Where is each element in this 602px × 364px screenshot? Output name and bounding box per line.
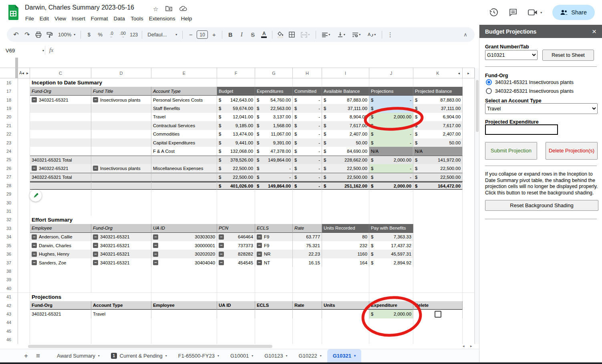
cell-H19[interactable]: $-	[293, 104, 322, 113]
cell-E30[interactable]	[151, 198, 217, 207]
cell-G31[interactable]	[255, 207, 293, 216]
cell-G26[interactable]: $-	[255, 164, 293, 173]
cell-C32[interactable]: Effort Summary	[30, 216, 151, 224]
cell-H23[interactable]: $-	[293, 138, 322, 147]
cell-K44[interactable]	[413, 318, 463, 327]
decrease-decimal-button[interactable]: .0←	[106, 30, 117, 40]
cell-E45[interactable]	[151, 327, 217, 336]
cell-E43[interactable]	[151, 310, 217, 318]
cell-I27[interactable]: $22,500.00	[322, 173, 369, 182]
cell-H20[interactable]: $-	[293, 113, 322, 122]
cell-G27[interactable]: $-	[255, 173, 293, 182]
cell-L44[interactable]	[463, 318, 475, 327]
cell-D36[interactable]: −340321-65321	[91, 250, 151, 258]
cell-E18[interactable]: Personal Services Costs	[151, 96, 217, 104]
row-header-40[interactable]: 40	[0, 284, 18, 293]
row-header-45[interactable]: 45	[0, 327, 18, 336]
cell-I36[interactable]: 1160	[322, 250, 369, 258]
cell-J33[interactable]: Pay with Benefits	[369, 224, 413, 233]
cell-I22[interactable]: $2,407.00	[322, 130, 369, 139]
cell-D17[interactable]: Fund Title	[91, 87, 151, 96]
cell-C44[interactable]	[30, 318, 91, 327]
row-header-33[interactable]: 33	[0, 224, 18, 233]
sheet-tab-f1-65500-fy23[interactable]: F1-65500-FY23▾	[173, 349, 225, 363]
cell-F43[interactable]	[217, 310, 255, 318]
collapse-toolbar-icon[interactable]: ∧	[460, 30, 471, 40]
cell-E28[interactable]	[151, 181, 217, 190]
cell-I35[interactable]: 232	[322, 241, 369, 250]
hidden-columns-marker[interactable]: A◂▸	[18, 68, 30, 78]
cell-G41[interactable]	[255, 293, 293, 302]
cell-strip-31[interactable]	[18, 207, 30, 216]
horizontal-scrollbar[interactable]: ◂ ▸	[0, 344, 475, 349]
cell-F18[interactable]: $142,643.00	[217, 96, 255, 104]
cell-F36[interactable]: −828282	[217, 250, 255, 258]
cell-I43[interactable]	[322, 310, 369, 318]
cell-J42[interactable]: Expenditure	[369, 301, 413, 310]
cell-I30[interactable]	[322, 198, 369, 207]
fund-org-option-2[interactable]: 340322-65321 Insectivorous plants	[486, 88, 574, 94]
column-header-E[interactable]: E	[151, 68, 217, 78]
cell-strip-19[interactable]	[18, 104, 30, 113]
increase-decimal-button[interactable]: .00→	[117, 30, 128, 40]
cell-K40[interactable]	[413, 284, 463, 293]
menu-data[interactable]: Data	[111, 14, 128, 23]
radio-selected-icon[interactable]	[486, 79, 492, 85]
cell-D40[interactable]	[91, 284, 151, 293]
cell-E17[interactable]: Account Type	[151, 87, 217, 96]
bold-button[interactable]: B	[225, 30, 236, 40]
italic-button[interactable]: I	[236, 30, 247, 40]
cell-strip-38[interactable]	[18, 267, 30, 276]
cell-K27[interactable]: $22,500.00	[413, 173, 463, 182]
cell-L25[interactable]	[463, 156, 475, 164]
cell-H42[interactable]: Rate	[293, 301, 322, 310]
cell-F20[interactable]: $12,041.00	[217, 113, 255, 122]
row-header-19[interactable]: 19	[0, 104, 18, 113]
cell-I44[interactable]	[322, 318, 369, 327]
cell-D23[interactable]	[91, 138, 151, 147]
cell-L40[interactable]	[463, 284, 475, 293]
cell-G37[interactable]: −NT	[255, 258, 293, 267]
cell-F17[interactable]: Budget	[217, 87, 255, 96]
format-currency-button[interactable]: $	[84, 30, 94, 40]
cell-F25[interactable]: $378,526.00	[217, 156, 255, 164]
row-header-16[interactable]: 16	[0, 78, 18, 87]
cell-H43[interactable]	[293, 310, 322, 318]
collapse-row-icon[interactable]: −	[257, 260, 262, 265]
collapse-row-icon[interactable]: −	[219, 260, 224, 265]
cell-J46[interactable]	[369, 336, 413, 344]
cell-C24[interactable]	[30, 147, 91, 156]
cell-K45[interactable]	[413, 327, 463, 336]
cell-G43[interactable]	[255, 310, 293, 318]
column-header-C[interactable]: C	[30, 68, 91, 78]
menu-view[interactable]: View	[52, 14, 69, 23]
cell-F46[interactable]	[217, 336, 255, 344]
cell-E25[interactable]	[151, 156, 217, 164]
row-header-22[interactable]: 22	[0, 130, 18, 139]
cell-strip-26[interactable]	[18, 164, 30, 173]
column-header-G[interactable]: G	[255, 68, 293, 78]
cell-J28[interactable]: $2,000.00	[369, 181, 413, 190]
cell-I33[interactable]: Units Recorded	[322, 224, 369, 233]
row-header-29[interactable]: 29	[0, 190, 18, 198]
cell-H33[interactable]: Rate	[293, 224, 322, 233]
cell-G21[interactable]: $1,568.00	[255, 121, 293, 130]
video-call-icon[interactable]: ▾	[528, 9, 542, 16]
cell-J18[interactable]: $-	[369, 96, 413, 104]
collapse-row-icon[interactable]: −	[153, 260, 158, 265]
cell-G23[interactable]: $9,391.00	[255, 138, 293, 147]
cell-F28[interactable]: $401,026.00	[217, 181, 255, 190]
row-header-42[interactable]: 42	[0, 301, 18, 310]
collapse-row-icon[interactable]: −	[153, 252, 158, 257]
cell-K38[interactable]	[413, 267, 463, 276]
row-header-24[interactable]: 24	[0, 147, 18, 156]
cell-G42[interactable]: ECLS	[255, 301, 293, 310]
cell-L22[interactable]	[463, 130, 475, 139]
cell-strip-24[interactable]	[18, 147, 30, 156]
cell-L16[interactable]	[463, 78, 475, 87]
cell-E19[interactable]: Staff Benefits	[151, 104, 217, 113]
cell-I29[interactable]	[322, 190, 369, 198]
cell-L42[interactable]	[463, 301, 475, 310]
row-header-27[interactable]: 27	[0, 173, 18, 182]
sheet-tab-g10222[interactable]: G10222▾	[293, 349, 327, 363]
